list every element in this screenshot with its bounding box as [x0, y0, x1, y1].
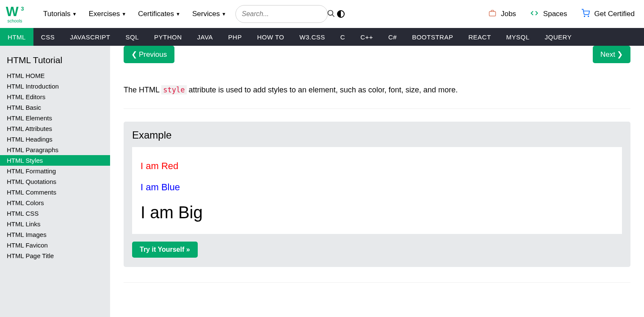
- next-button[interactable]: Next ❯: [593, 46, 630, 63]
- code-icon: [530, 9, 539, 19]
- lang-php[interactable]: PHP: [221, 28, 249, 46]
- example-red-text: I am Red: [141, 161, 614, 172]
- search-icon[interactable]: [327, 9, 335, 19]
- sidebar-item-html-images[interactable]: HTML Images: [0, 229, 110, 240]
- svg-point-6: [584, 16, 585, 17]
- chevron-left-icon: ❮: [131, 50, 137, 59]
- sidebar-item-html-comments[interactable]: HTML Comments: [0, 187, 110, 197]
- chevron-right-icon: ❯: [617, 50, 623, 59]
- main-content: ❮ Previous Next ❯ The HTML style attribu…: [110, 46, 644, 317]
- svg-point-7: [588, 16, 589, 17]
- topnav-certificates[interactable]: Certificates ▼: [138, 10, 180, 18]
- code-snippet: style: [161, 85, 186, 95]
- topnav-services[interactable]: Services ▼: [192, 10, 226, 18]
- example-big-text: I am Big: [141, 203, 614, 222]
- lang-python[interactable]: PYTHON: [146, 28, 190, 46]
- sidebar-item-html-links[interactable]: HTML Links: [0, 219, 110, 229]
- theme-toggle-icon[interactable]: [337, 10, 345, 18]
- sidebar-item-html-editors[interactable]: HTML Editors: [0, 92, 110, 102]
- sidebar-item-html-page-title[interactable]: HTML Page Title: [0, 250, 110, 261]
- caret-down-icon: ▼: [221, 11, 226, 17]
- sidebar-title: HTML Tutorial: [0, 53, 110, 70]
- sidebar: HTML Tutorial HTML HOMEHTML Introduction…: [0, 46, 110, 317]
- svg-rect-5: [489, 11, 495, 16]
- sidebar-item-html-css[interactable]: HTML CSS: [0, 208, 110, 219]
- lang-mysql[interactable]: MYSQL: [499, 28, 537, 46]
- lang-javascript[interactable]: JAVASCRIPT: [62, 28, 118, 46]
- example-output: I am Red I am Blue I am Big: [132, 147, 622, 234]
- caret-down-icon: ▼: [176, 11, 180, 17]
- sidebar-item-html-styles[interactable]: HTML Styles: [0, 155, 110, 166]
- link-jobs[interactable]: Jobs: [488, 9, 516, 19]
- lang-html[interactable]: HTML: [0, 28, 33, 46]
- link-get-certified[interactable]: Get Certified: [581, 9, 635, 19]
- caret-down-icon: ▼: [122, 11, 126, 17]
- lang-jquery[interactable]: JQUERY: [537, 28, 580, 46]
- svg-line-4: [332, 14, 334, 17]
- sidebar-item-html-home[interactable]: HTML HOME: [0, 70, 110, 81]
- lang-java[interactable]: JAVA: [190, 28, 221, 46]
- lang-c[interactable]: C: [333, 28, 353, 46]
- sidebar-item-html-basic[interactable]: HTML Basic: [0, 102, 110, 113]
- example-blue-text: I am Blue: [141, 182, 614, 193]
- example-title: Example: [132, 129, 622, 141]
- search-input[interactable]: [242, 10, 327, 18]
- example-box: Example I am Red I am Blue I am Big Try …: [124, 122, 630, 267]
- lang-bootstrap[interactable]: BOOTSTRAP: [404, 28, 461, 46]
- cart-icon: [581, 9, 590, 19]
- sidebar-item-html-headings[interactable]: HTML Headings: [0, 134, 110, 145]
- lang-howto[interactable]: HOW TO: [249, 28, 292, 46]
- topnav-exercises[interactable]: Exercises ▼: [88, 10, 126, 18]
- svg-text:3: 3: [21, 6, 24, 12]
- divider: [124, 282, 630, 283]
- caret-down-icon: ▼: [72, 11, 77, 17]
- lang-react[interactable]: REACT: [461, 28, 498, 46]
- briefcase-icon: [488, 9, 497, 19]
- sidebar-item-html-attributes[interactable]: HTML Attributes: [0, 123, 110, 134]
- sidebar-item-html-quotations[interactable]: HTML Quotations: [0, 176, 110, 187]
- link-spaces[interactable]: Spaces: [530, 9, 567, 19]
- topnav-tutorials[interactable]: Tutorials ▼: [43, 10, 77, 18]
- w3schools-logo[interactable]: W 3 schools: [5, 4, 30, 24]
- try-it-yourself-button[interactable]: Try it Yourself »: [132, 242, 198, 258]
- lang-w3css[interactable]: W3.CSS: [292, 28, 333, 46]
- svg-point-3: [328, 10, 333, 15]
- sidebar-item-html-paragraphs[interactable]: HTML Paragraphs: [0, 145, 110, 155]
- search-box[interactable]: [235, 5, 328, 23]
- lang-c[interactable]: C++: [353, 28, 381, 46]
- sidebar-item-html-favicon[interactable]: HTML Favicon: [0, 240, 110, 250]
- sidebar-item-html-colors[interactable]: HTML Colors: [0, 197, 110, 208]
- lang-sql[interactable]: SQL: [118, 28, 146, 46]
- lang-css[interactable]: CSS: [33, 28, 62, 46]
- sidebar-item-html-formatting[interactable]: HTML Formatting: [0, 166, 110, 176]
- sidebar-item-html-elements[interactable]: HTML Elements: [0, 113, 110, 123]
- lang-c[interactable]: C#: [381, 28, 404, 46]
- intro-paragraph: The HTML style attribute is used to add …: [124, 84, 630, 109]
- sidebar-item-html-introduction[interactable]: HTML Introduction: [0, 81, 110, 92]
- svg-text:W: W: [6, 4, 19, 19]
- previous-button[interactable]: ❮ Previous: [124, 46, 174, 63]
- svg-text:schools: schools: [8, 19, 22, 23]
